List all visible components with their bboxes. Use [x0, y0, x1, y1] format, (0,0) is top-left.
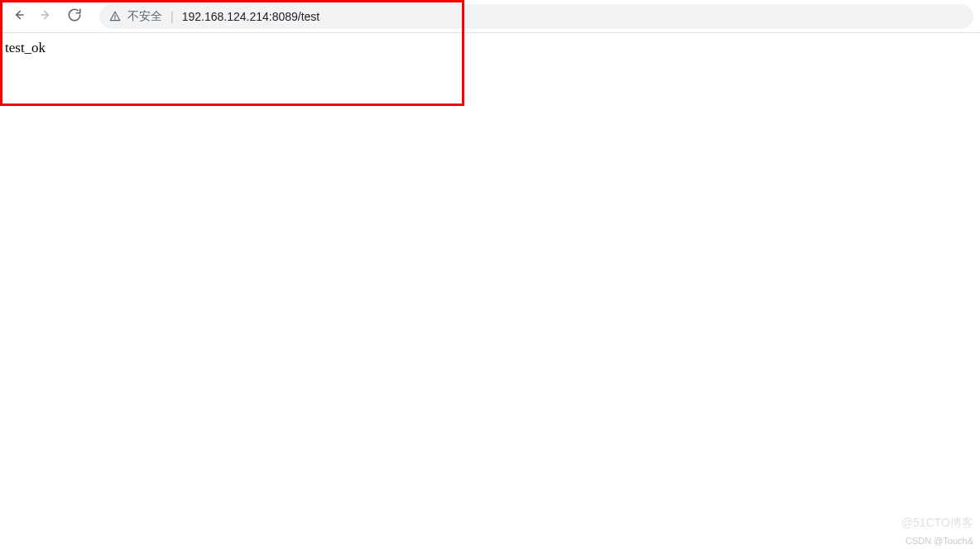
back-button[interactable]: [7, 5, 30, 28]
address-bar[interactable]: 不安全 | 192.168.124.214:8089/test: [99, 4, 973, 29]
reload-icon: [67, 7, 82, 26]
watermark-top: @51CTO博客: [901, 516, 973, 531]
not-secure-warning-icon: [109, 11, 121, 22]
arrow-right-icon: [39, 7, 54, 26]
reload-button[interactable]: [63, 5, 86, 28]
security-status-label: 不安全: [127, 9, 162, 24]
url-text: 192.168.124.214:8089/test: [182, 10, 320, 23]
watermark-bottom: CSDN @Touch&: [906, 536, 973, 546]
address-divider: |: [171, 10, 174, 23]
response-text: test_ok: [5, 40, 46, 55]
browser-toolbar: 不安全 | 192.168.124.214:8089/test: [0, 0, 980, 33]
page-body: test_ok: [0, 33, 980, 63]
forward-button[interactable]: [35, 5, 58, 28]
arrow-left-icon: [11, 7, 26, 26]
